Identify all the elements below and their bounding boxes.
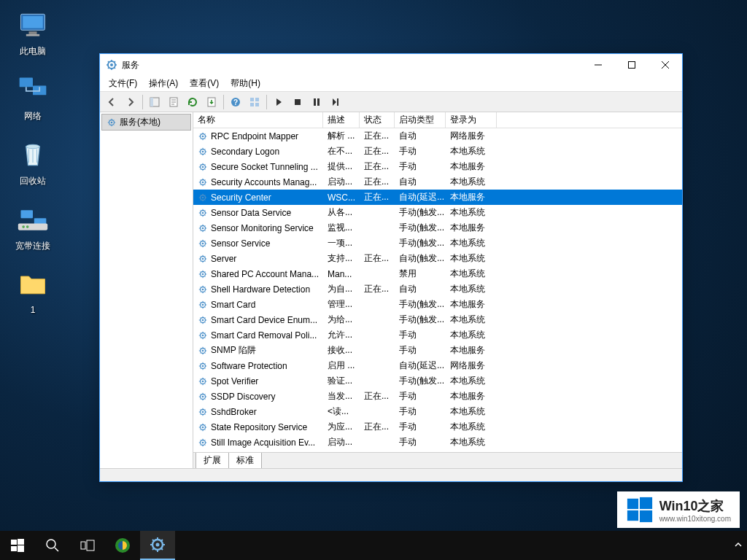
service-row[interactable]: State Repository Service为应...正在...手动本地系统 (193, 419, 682, 435)
cell-description: 解析 ... (323, 130, 360, 142)
tree-root-node[interactable]: 服务(本地) (101, 114, 191, 131)
svg-point-81 (47, 540, 55, 548)
service-row[interactable]: Still Image Acquisition Ev...启动...手动本地系统 (193, 435, 682, 450)
service-row[interactable]: Shared PC Account Mana...Man...禁用本地系统 (193, 266, 682, 281)
tray-chevron-icon[interactable] (734, 540, 743, 551)
cell-description: 启动... (323, 436, 360, 448)
service-row[interactable]: Shell Hardware Detection为自...正在...自动本地系统 (193, 281, 682, 297)
cell-startup: 手动 (395, 390, 446, 402)
desktop-icon-broadband[interactable]: 宽带连接 (7, 202, 58, 252)
cell-description: 监视... (323, 222, 360, 234)
tab-standard[interactable]: 标准 (228, 453, 262, 468)
view-icon-button[interactable] (246, 93, 263, 111)
column-description[interactable]: 描述 (323, 112, 360, 128)
cell-startup: 手动(触发... (395, 298, 446, 311)
service-row[interactable]: Software Protection启用 ...自动(延迟...网络服务 (193, 358, 682, 373)
maximize-button[interactable] (615, 54, 649, 76)
column-name[interactable]: 名称 (193, 112, 323, 128)
service-row[interactable]: Security Accounts Manag...启动...正在...自动本地… (193, 174, 682, 190)
toolbar-separator (223, 95, 224, 109)
taskbar-taskview[interactable] (70, 531, 105, 560)
service-row[interactable]: Secure Socket Tunneling ...提供...正在...手动本… (193, 159, 682, 174)
watermark-title: Win10之家 (659, 497, 731, 515)
export-button[interactable] (203, 93, 220, 111)
service-row[interactable]: Smart Card Device Enum...为给...手动(触发...本地… (193, 312, 682, 327)
desktop-icon-recycle-bin[interactable]: 回收站 (7, 137, 58, 187)
titlebar[interactable]: 服务 (100, 54, 682, 76)
service-row[interactable]: Spot Verifier验证...手动(触发...本地系统 (193, 373, 682, 389)
cell-logon: 本地系统 (446, 375, 497, 387)
cell-startup: 自动 (395, 130, 446, 142)
cell-logon: 本地系统 (446, 314, 497, 326)
desktop-icon-network[interactable]: 网络 (7, 72, 58, 122)
svg-rect-1 (23, 16, 43, 28)
close-button[interactable] (649, 54, 682, 76)
menu-help[interactable]: 帮助(H) (225, 76, 266, 91)
svg-point-64 (202, 380, 204, 382)
properties-button[interactable] (165, 93, 182, 111)
forward-button[interactable] (122, 93, 139, 111)
service-row[interactable]: Smart Card Removal Poli...允许...手动本地系统 (193, 327, 682, 343)
svg-point-50 (202, 273, 204, 275)
cell-description: 在不... (323, 145, 360, 158)
svg-rect-14 (629, 62, 635, 69)
svg-point-46 (202, 242, 204, 244)
svg-rect-75 (627, 510, 638, 521)
cell-logon: 本地系统 (446, 283, 497, 295)
back-button[interactable] (103, 93, 120, 111)
cell-description: 一项... (323, 237, 360, 249)
minimize-button[interactable] (581, 54, 615, 76)
service-row[interactable]: RPC Endpoint Mapper解析 ...正在...自动网络服务 (193, 128, 682, 144)
service-row[interactable]: Server支持...正在...自动(触发...本地系统 (193, 251, 682, 266)
taskbar-services[interactable] (140, 531, 175, 560)
svg-rect-7 (21, 210, 34, 218)
cell-logon: 本地服务 (446, 160, 497, 173)
svg-rect-83 (87, 540, 94, 551)
service-row[interactable]: Secondary Logon在不...正在...手动本地系统 (193, 144, 682, 159)
service-row[interactable]: Sensor Service一项...手动(触发...本地系统 (193, 236, 682, 251)
toolbar-separator (142, 95, 143, 109)
service-row[interactable]: SNMP 陷阱接收...手动本地服务 (193, 343, 682, 358)
menu-view[interactable]: 查看(V) (184, 76, 225, 91)
menu-file[interactable]: 文件(F) (103, 76, 143, 91)
pause-service-button[interactable] (308, 93, 325, 111)
column-logon[interactable]: 登录为 (446, 112, 497, 128)
toolbar: ? (100, 92, 682, 112)
service-row[interactable]: Security CenterWSC...正在...自动(延迟...本地服务 (193, 190, 682, 205)
column-startup[interactable]: 启动类型 (395, 112, 446, 128)
show-hide-tree-button[interactable] (146, 93, 163, 111)
taskbar-search[interactable] (35, 531, 70, 560)
menu-action[interactable]: 操作(A) (143, 76, 184, 91)
service-row[interactable]: SSDP Discovery当发...正在...手动本地服务 (193, 389, 682, 404)
service-row[interactable]: Sensor Monitoring Service监视...手动(触发...本地… (193, 220, 682, 236)
refresh-button[interactable] (184, 93, 201, 111)
service-row[interactable]: Sensor Data Service从各...手动(触发...本地系统 (193, 205, 682, 220)
service-row[interactable]: SshdBroker<读...手动本地系统 (193, 404, 682, 419)
network-icon (15, 72, 50, 107)
start-button[interactable] (0, 531, 35, 560)
tab-extended[interactable]: 扩展 (196, 453, 229, 468)
stop-service-button[interactable] (289, 93, 306, 111)
cell-startup: 自动(延迟... (395, 191, 446, 203)
service-row[interactable]: Smart Card管理...手动(触发...本地服务 (193, 297, 682, 312)
cell-startup: 自动(触发... (395, 252, 446, 265)
svg-rect-28 (337, 98, 338, 106)
cell-name: State Repository Service (193, 422, 323, 432)
taskbar-edge[interactable] (105, 531, 140, 560)
svg-rect-26 (314, 98, 316, 106)
column-status[interactable]: 状态 (360, 112, 395, 128)
help-button[interactable]: ? (227, 93, 244, 111)
svg-point-66 (202, 395, 204, 397)
cell-description: 为应... (323, 421, 360, 433)
service-list[interactable]: RPC Endpoint Mapper解析 ...正在...自动网络服务Seco… (193, 128, 682, 452)
start-service-button[interactable] (270, 93, 287, 111)
cell-description: 接收... (323, 344, 360, 357)
menubar: 文件(F) 操作(A) 查看(V) 帮助(H) (100, 76, 682, 92)
desktop-icon-this-pc[interactable]: 此电脑 (7, 7, 58, 58)
cell-startup: 手动 (395, 329, 446, 341)
restart-service-button[interactable] (327, 93, 344, 111)
cell-description: 为给... (323, 314, 360, 326)
cell-startup: 手动(触发... (395, 222, 446, 234)
cell-name: Sensor Monitoring Service (193, 223, 323, 233)
desktop-icon-folder-1[interactable]: 1 (7, 267, 58, 315)
